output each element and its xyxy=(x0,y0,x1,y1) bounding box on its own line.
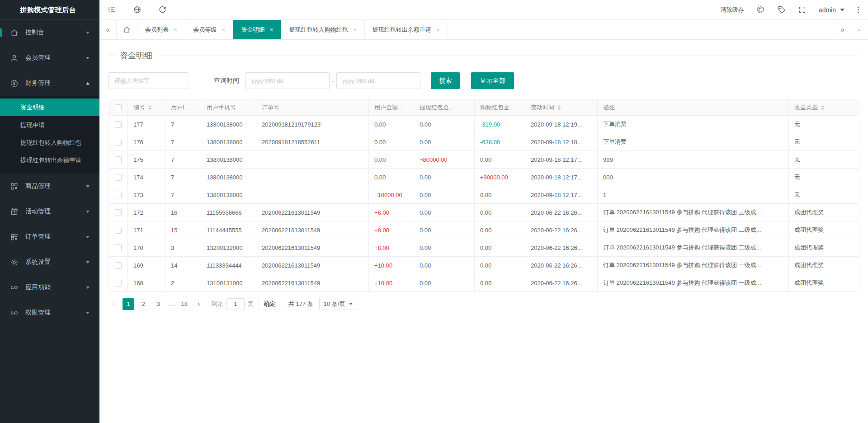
sort-carets-icon[interactable] xyxy=(821,105,825,110)
sidebar-menu: 控制台会员管理财务管理资金明细提现申请提现红包转入购物红包提现红包转出余额申请商… xyxy=(0,20,99,423)
row-checkbox[interactable] xyxy=(115,156,122,163)
search-button[interactable]: 搜索 xyxy=(431,72,460,89)
sidebar-item-system[interactable]: 系统设置 xyxy=(0,249,99,275)
sidebar-item-permissions[interactable]: 权限管理 xyxy=(0,300,99,325)
page-size-select[interactable]: 10 条/页 xyxy=(319,298,358,310)
column-header[interactable]: 收益类型 xyxy=(789,99,859,116)
tabs-list: 会员列表×会员等级×资金明细×提现红包转入购物红包×提现红包转出余额申请× xyxy=(137,20,448,39)
content: 资金明细 查询时间 - 搜索 显示全部 编号 xyxy=(99,40,868,423)
sort-carets-icon[interactable] xyxy=(148,105,152,110)
sidebar-item-orders[interactable]: 订单管理 xyxy=(0,224,99,249)
table-cell: 2020-09-18 12:17... xyxy=(525,151,598,169)
column-header[interactable]: 变动时间 xyxy=(525,99,598,116)
table-cell: +10000.00 xyxy=(369,186,414,204)
sidebar-item-app-features[interactable]: 应用功能 xyxy=(0,275,99,300)
date-start-input[interactable] xyxy=(245,72,330,89)
table-cell: 7 xyxy=(165,151,201,169)
close-icon[interactable]: × xyxy=(269,27,273,33)
table-row: 1721611155556666202006221613011549+6.000… xyxy=(109,204,859,221)
theme-palette-icon[interactable] xyxy=(756,5,765,14)
tab-member-list[interactable]: 会员列表× xyxy=(137,20,185,39)
caret-down-icon xyxy=(86,57,90,59)
table-row: 1711511144445555202006221613011549+8.000… xyxy=(109,221,859,239)
fullscreen-icon[interactable] xyxy=(798,5,807,14)
link-icon xyxy=(10,283,19,292)
row-checkbox[interactable] xyxy=(115,227,122,234)
table-cell: 2020-06-22 16:26... xyxy=(525,221,598,239)
table-cell: 成团代理奖 xyxy=(789,221,859,239)
sidebar-item-withdraw-to-balance[interactable]: 提现红包转出余额申请 xyxy=(0,151,99,169)
next-page-button[interactable]: › xyxy=(193,298,204,310)
row-checkbox[interactable] xyxy=(115,209,122,216)
row-checkbox[interactable] xyxy=(115,262,122,269)
filter-bar: 查询时间 - 搜索 显示全部 xyxy=(108,72,859,89)
sidebar-item-goods[interactable]: 商品管理 xyxy=(0,174,99,199)
tab-withdraw-to-shopping[interactable]: 提现红包转入购物红包× xyxy=(282,20,365,39)
user-menu[interactable]: admin xyxy=(819,6,844,14)
show-all-button[interactable]: 显示全部 xyxy=(471,72,514,89)
row-checkbox[interactable] xyxy=(115,139,122,146)
sidebar-item-fund-details[interactable]: 资金明细 xyxy=(0,99,99,116)
home-tab[interactable] xyxy=(117,20,137,39)
row-checkbox[interactable] xyxy=(115,280,122,287)
column-header: 用户金额... xyxy=(369,99,414,116)
goto-page-input[interactable] xyxy=(226,298,245,310)
refresh-icon[interactable] xyxy=(158,5,167,14)
column-header: 描述 xyxy=(598,99,789,116)
query-time-label: 查询时间 xyxy=(214,77,239,85)
table-cell: +8.00 xyxy=(369,221,414,239)
page-button-1[interactable]: 1 xyxy=(123,298,134,310)
caret-down-icon xyxy=(840,9,844,11)
tab-withdraw-to-balance-apply[interactable]: 提现红包转出余额申请× xyxy=(365,20,448,39)
keyword-input[interactable] xyxy=(108,72,188,89)
tab-member-level[interactable]: 会员等级× xyxy=(185,20,233,39)
tag-icon[interactable] xyxy=(777,5,786,14)
table-row: 168213100131000202006221613011549+10.000… xyxy=(109,274,859,292)
table-cell: 202006221613011549 xyxy=(256,239,369,257)
table-cell: 13100131000 xyxy=(201,274,256,292)
tabs-scroll-left-button[interactable]: « xyxy=(99,20,117,39)
close-icon[interactable]: × xyxy=(353,27,357,33)
tabs-scroll-right-button[interactable]: » xyxy=(834,20,851,39)
gift-icon xyxy=(10,207,19,216)
sidebar-item-finance[interactable]: 财务管理 xyxy=(0,70,99,96)
table-cell: 0.00 xyxy=(475,274,525,292)
table-cell: 0.00 xyxy=(369,169,414,186)
row-checkbox[interactable] xyxy=(115,244,122,251)
close-icon[interactable]: × xyxy=(436,27,440,33)
prev-page-button[interactable]: ‹ xyxy=(108,298,119,310)
table-cell: 174 xyxy=(128,169,165,186)
date-range-separator: - xyxy=(332,77,334,85)
sidebar-item-console[interactable]: 控制台 xyxy=(0,20,99,45)
globe-icon[interactable] xyxy=(133,5,142,14)
page-button-18[interactable]: 18 xyxy=(179,298,190,310)
sidebar-item-withdraw-to-shopping[interactable]: 提现红包转入购物红包 xyxy=(0,134,99,151)
sidebar-item-activity[interactable]: 活动管理 xyxy=(0,199,99,224)
sidebar-item-members[interactable]: 会员管理 xyxy=(0,45,99,70)
tab-fund-details[interactable]: 资金明细× xyxy=(233,20,281,39)
more-options-icon[interactable] xyxy=(857,6,860,14)
column-header: 购物红包金... xyxy=(475,99,525,116)
close-icon[interactable]: × xyxy=(222,27,225,33)
caret-down-icon xyxy=(86,312,90,314)
sort-carets-icon[interactable] xyxy=(557,105,561,110)
sidebar-item-withdraw-apply[interactable]: 提现申请 xyxy=(0,116,99,134)
table-cell: 2020-09-18 12:18... xyxy=(525,133,598,151)
column-header[interactable]: 编号 xyxy=(128,99,165,116)
tabs-menu-button[interactable] xyxy=(851,20,868,39)
table-cell: +8.00 xyxy=(369,239,414,257)
confirm-page-button[interactable]: 确定 xyxy=(259,298,281,310)
caret-down-icon xyxy=(86,261,90,263)
page-button-3[interactable]: 3 xyxy=(152,298,164,310)
close-icon[interactable]: × xyxy=(174,27,177,33)
table-cell: 13800138000 xyxy=(201,133,256,151)
date-end-input[interactable] xyxy=(336,72,420,89)
row-checkbox[interactable] xyxy=(115,174,122,181)
clear-cache-button[interactable]: 清除缓存 xyxy=(721,6,744,14)
row-checkbox[interactable] xyxy=(115,121,122,128)
collapse-sidebar-icon[interactable] xyxy=(108,5,116,14)
page-button-2[interactable]: 2 xyxy=(137,298,149,310)
row-checkbox[interactable] xyxy=(115,192,122,198)
table-cell: 订单 202006221613011549 参与拼购 代理获得该团 三级成... xyxy=(598,204,789,221)
select-all-checkbox[interactable] xyxy=(115,104,122,111)
